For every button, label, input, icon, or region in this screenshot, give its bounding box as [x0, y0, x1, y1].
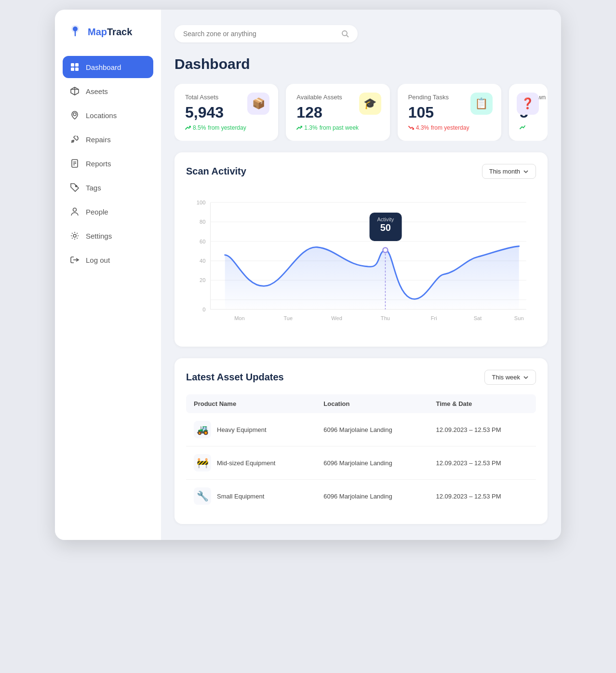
- tag-icon: [69, 182, 80, 193]
- sidebar-item-label: Tags: [86, 184, 101, 192]
- stat-icon: 📋: [470, 93, 493, 115]
- sidebar-item-label: Repairs: [86, 135, 111, 144]
- chart-filter-button[interactable]: This month: [482, 164, 536, 179]
- product-location: 6096 Marjolaine Landing: [316, 446, 428, 480]
- logo: MapTrack: [63, 23, 153, 40]
- stat-icon: 🎓: [359, 93, 381, 115]
- stat-icon: ❓: [517, 93, 539, 115]
- sidebar: MapTrack Dashboard Aseets: [55, 10, 161, 540]
- svg-text:Sun: Sun: [514, 315, 524, 321]
- section-header: Latest Asset Updates This week: [186, 370, 536, 385]
- trend-up-icon: [296, 125, 302, 131]
- sidebar-item-reports[interactable]: Reports: [63, 152, 153, 175]
- tools-icon: [69, 134, 80, 145]
- product-icon: 🔧: [194, 487, 211, 505]
- stat-card-unknown: Unknown 5 ❓: [509, 84, 548, 141]
- logo-icon: [67, 23, 84, 40]
- stat-card-total-assets: Total Assets 5,943 8.5% from yesterday 📦: [174, 84, 278, 141]
- product-cell: 🚜 Heavy Equipment: [194, 421, 308, 438]
- chevron-down-icon: [523, 375, 529, 380]
- logo-text: MapTrack: [88, 27, 132, 38]
- col-header-datetime: Time & Date: [428, 394, 536, 413]
- svg-text:Tue: Tue: [283, 315, 293, 321]
- product-icon: 🚜: [194, 421, 211, 438]
- svg-text:60: 60: [200, 239, 205, 244]
- grid-icon: [69, 62, 80, 72]
- svg-text:Sat: Sat: [474, 315, 482, 321]
- section-header: Scan Activity This month: [186, 164, 536, 179]
- sidebar-item-label: Reports: [86, 160, 111, 168]
- product-cell: 🔧 Small Equipment: [194, 487, 308, 505]
- sidebar-item-locations[interactable]: Locations: [63, 104, 153, 126]
- trend-up-icon: [185, 125, 191, 131]
- svg-text:Wed: Wed: [331, 315, 342, 321]
- svg-text:0: 0: [202, 307, 205, 312]
- sidebar-item-settings[interactable]: Settings: [63, 225, 153, 247]
- product-datetime: 12.09.2023 – 12.53 PM: [428, 413, 536, 446]
- svg-rect-4: [75, 63, 79, 67]
- asset-updates-section: Latest Asset Updates This week Product N…: [174, 358, 548, 524]
- sidebar-item-logout[interactable]: Log out: [63, 249, 153, 271]
- search-input[interactable]: [183, 30, 336, 38]
- stat-change: 1.3% from past week: [296, 124, 379, 131]
- svg-point-11: [73, 208, 77, 212]
- stat-card-pending-tasks: Pending Tasks 105 4.3% from yesterday 📋: [398, 84, 501, 141]
- stats-row: Total Assets 5,943 8.5% from yesterday 📦…: [174, 84, 548, 141]
- svg-text:100: 100: [197, 200, 205, 205]
- table-row: 🔧 Small Equipment 6096 Marjolaine Landin…: [186, 480, 536, 513]
- top-bar: [174, 25, 548, 42]
- sidebar-item-dashboard[interactable]: Dashboard: [63, 56, 153, 78]
- search-bar[interactable]: [174, 25, 358, 42]
- person-icon: [69, 206, 80, 217]
- scan-activity-section: Scan Activity This month: [174, 152, 548, 347]
- chart-title: Scan Activity: [186, 166, 246, 177]
- sidebar-item-label: Settings: [86, 232, 112, 240]
- chevron-down-icon: [523, 169, 529, 175]
- asset-table: Product Name Location Time & Date 🚜 Heav…: [186, 394, 536, 512]
- col-header-product: Product Name: [186, 394, 316, 413]
- table-row: 🚜 Heavy Equipment 6096 Marjolaine Landin…: [186, 413, 536, 446]
- svg-point-13: [342, 31, 347, 36]
- sidebar-item-people[interactable]: People: [63, 201, 153, 223]
- cube-icon: [69, 86, 80, 96]
- sidebar-item-label: Dashboard: [86, 63, 121, 71]
- svg-point-1: [73, 27, 78, 31]
- svg-text:Mon: Mon: [234, 315, 245, 321]
- svg-text:20: 20: [200, 277, 205, 283]
- table-row: 🚧 Mid-sized Equipment 6096 Marjolaine La…: [186, 446, 536, 480]
- search-icon: [341, 30, 349, 38]
- sidebar-item-label: People: [86, 208, 108, 216]
- product-location: 6096 Marjolaine Landing: [316, 480, 428, 513]
- product-name: Small Equipment: [217, 493, 264, 500]
- product-name: Heavy Equipment: [217, 426, 267, 433]
- sidebar-item-tags[interactable]: Tags: [63, 176, 153, 199]
- stat-icon: 📦: [247, 93, 269, 115]
- sidebar-item-label: Aseets: [86, 87, 108, 95]
- product-icon: 🚧: [194, 454, 211, 471]
- app-container: MapTrack Dashboard Aseets: [55, 10, 561, 540]
- svg-text:Thu: Thu: [381, 315, 390, 321]
- product-datetime: 12.09.2023 – 12.53 PM: [428, 480, 536, 513]
- svg-rect-6: [75, 67, 79, 71]
- table-filter-button[interactable]: This week: [484, 370, 536, 385]
- sidebar-item-label: Log out: [86, 256, 110, 264]
- scan-activity-chart: 100 80 60 40 20 0 Mon Tue Wed Thu Fri Sa…: [186, 188, 536, 333]
- svg-text:40: 40: [200, 258, 205, 264]
- product-datetime: 12.09.2023 – 12.53 PM: [428, 446, 536, 480]
- trend-up-icon: [520, 124, 525, 130]
- svg-point-7: [73, 113, 76, 116]
- product-cell: 🚧 Mid-sized Equipment: [194, 454, 308, 471]
- table-title: Latest Asset Updates: [186, 372, 284, 383]
- sidebar-item-assets[interactable]: Aseets: [63, 80, 153, 102]
- sidebar-item-repairs[interactable]: Repairs: [63, 128, 153, 150]
- logout-icon: [69, 255, 80, 265]
- main-content: Dashboard Total Assets 5,943 8.5% from y…: [161, 10, 561, 540]
- svg-rect-3: [71, 63, 74, 67]
- stat-change: 4.3% from yesterday: [408, 124, 491, 131]
- svg-rect-5: [71, 67, 74, 71]
- document-icon: [69, 158, 80, 169]
- trend-down-icon: [408, 125, 414, 131]
- col-header-location: Location: [316, 394, 428, 413]
- page-title: Dashboard: [174, 56, 548, 72]
- stat-card-available-assets: Available Assets 128 1.3% from past week…: [286, 84, 389, 141]
